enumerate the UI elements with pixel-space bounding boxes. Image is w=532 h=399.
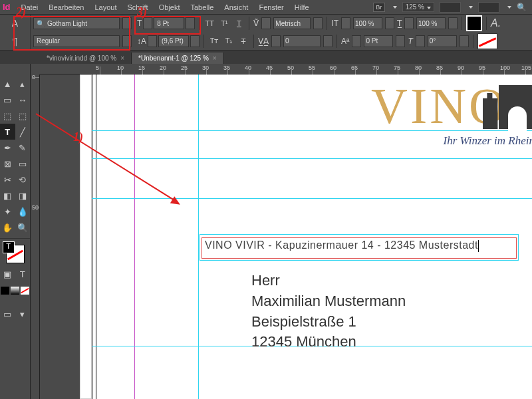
gradient-swatch-tool[interactable]: ◧ (0, 188, 15, 203)
skew-dropdown[interactable] (460, 35, 469, 47)
menu-objekt[interactable]: Objekt (154, 3, 186, 11)
direct-selection-tool[interactable]: ▴ (15, 76, 31, 92)
hscale-dropdown[interactable] (448, 17, 458, 29)
allcaps-button[interactable]: TT (203, 17, 215, 29)
charstyle-icon[interactable]: A. (491, 17, 501, 29)
content-collector-tool[interactable]: ⬚ (0, 108, 15, 124)
font-family-field[interactable]: 🔍Gotham Light (33, 17, 120, 29)
smallcaps-button[interactable]: Tᴛ (208, 35, 220, 47)
scissors-tool[interactable]: ✂ (0, 172, 15, 188)
hscale-icon: T̲ (397, 19, 402, 28)
page-tool[interactable]: ▭ (0, 92, 15, 108)
menu-tabelle[interactable]: Tabelle (185, 3, 219, 11)
search-icon[interactable]: 🔍 (517, 3, 527, 12)
pencil-tool[interactable]: ✎ (15, 140, 31, 156)
transform-tool[interactable]: ⟲ (15, 172, 31, 188)
horizontal-guide[interactable] (92, 158, 532, 159)
line-tool[interactable]: ╱ (15, 124, 31, 140)
kerning-dropdown[interactable] (313, 17, 323, 29)
vertical-ruler[interactable]: 050 (31, 74, 40, 399)
menu-layout[interactable]: Layout (89, 3, 122, 11)
vscale-spinner[interactable] (341, 17, 350, 29)
screen-mode-button[interactable] (440, 2, 461, 13)
menu-hilfe[interactable]: Hilfe (289, 3, 315, 11)
fill-swatch[interactable] (466, 15, 482, 31)
close-icon[interactable]: × (213, 55, 217, 62)
zoom-level-select[interactable]: 125 % (402, 2, 434, 12)
arrange-dropdown-icon[interactable] (507, 6, 511, 9)
tracking-field[interactable]: 0 (283, 35, 321, 47)
language-swatch[interactable] (477, 33, 497, 49)
menu-bearbeiten[interactable]: Bearbeiten (43, 3, 89, 11)
recipient-address-block[interactable]: Herr Maximilian Mustermann Beispielstraß… (251, 271, 406, 352)
hand-tool[interactable]: ✋ (0, 219, 15, 235)
subscript-button[interactable]: T₁ (223, 35, 235, 47)
rect-frame-tool[interactable]: ⊠ (0, 156, 15, 172)
vscale-icon: IT (331, 19, 338, 28)
apply-container-button[interactable]: ▣ (0, 266, 15, 282)
font-family-dropdown[interactable] (122, 17, 132, 29)
font-style-dropdown[interactable] (122, 35, 132, 47)
tab-label: *Unbenannt-1 @ 125 % (138, 55, 209, 62)
apply-color-button[interactable] (1, 287, 9, 295)
apply-text-button[interactable]: T (15, 266, 31, 282)
kerning-spinner[interactable] (261, 17, 271, 29)
document-canvas[interactable]: VINO Ihr Winzer im Rhein Herr Maximilian… (40, 74, 532, 399)
font-size-dropdown[interactable] (186, 17, 195, 29)
vscale-dropdown[interactable] (385, 17, 394, 29)
underline-button[interactable]: T (233, 17, 245, 29)
column-guide[interactable] (198, 74, 199, 399)
paragraph-mode-icon[interactable]: ¶ (13, 36, 18, 47)
hscale-field[interactable]: 100 % (416, 17, 446, 29)
apply-none-button[interactable] (21, 287, 29, 295)
bridge-icon[interactable]: Br (373, 3, 385, 12)
leading-field[interactable]: (9,6 Pt) (158, 35, 189, 47)
arrange-button[interactable] (478, 2, 499, 13)
gap-tool[interactable]: ↔ (15, 92, 31, 108)
font-style-field[interactable]: Regular (33, 35, 120, 47)
content-placer-tool[interactable]: ⬚ (15, 108, 31, 124)
apply-gradient-button[interactable] (11, 287, 19, 295)
skew-field[interactable]: 0° (428, 35, 457, 47)
horizontal-ruler[interactable]: 5101520253035404550556065707580859095100… (40, 64, 532, 74)
tab-unbenannt[interactable]: *Unbenannt-1 @ 125 %× (132, 53, 224, 64)
kerning-field[interactable]: Metrisch (273, 17, 311, 29)
leading-dropdown[interactable] (190, 35, 200, 47)
baseline-field[interactable]: 0 Pt (364, 35, 393, 47)
tracking-spinner[interactable] (271, 35, 281, 47)
tracking-dropdown[interactable] (323, 35, 332, 47)
fill-stroke-swatch[interactable]: T (6, 245, 25, 263)
zoom-tool[interactable]: 🔍 (15, 219, 31, 235)
baseline-spinner[interactable] (352, 35, 361, 47)
rect-tool[interactable]: ▭ (15, 156, 31, 172)
gradient-feather-tool[interactable]: ◨ (15, 188, 31, 203)
menu-fenster[interactable]: Fenster (253, 3, 289, 11)
baseline-dropdown[interactable] (396, 35, 405, 47)
screen-mode-dropdown-icon[interactable] (469, 6, 473, 9)
sender-line-text[interactable]: VINO VIVIR - Kapuzinermauer 14 - 12345 M… (205, 239, 478, 251)
type-tool[interactable]: T (0, 124, 15, 140)
character-mode-icon[interactable]: A (12, 18, 18, 29)
vscale-field[interactable]: 100 % (353, 17, 382, 29)
horizontal-guide[interactable] (92, 198, 532, 199)
strikethrough-button[interactable]: T (237, 35, 249, 47)
font-size-icon: T (137, 19, 142, 28)
skew-spinner[interactable] (416, 35, 425, 47)
menu-ansicht[interactable]: Ansicht (219, 3, 253, 11)
superscript-button[interactable]: T¹ (218, 17, 230, 29)
view-mode-dropdown[interactable]: ▾ (15, 306, 31, 322)
leading-icon: ↕A (137, 37, 146, 46)
bridge-dropdown-icon[interactable] (393, 6, 397, 9)
eyedropper-tool[interactable]: 💧 (15, 203, 31, 219)
sender-text-frame[interactable]: VINO VIVIR - Kapuzinermauer 14 - 12345 M… (200, 234, 519, 261)
font-size-field[interactable]: 8 Pt (154, 17, 184, 29)
view-mode-button[interactable]: ▭ (0, 306, 15, 322)
pen-tool[interactable]: ✒ (0, 140, 15, 156)
note-tool[interactable]: ✦ (0, 203, 15, 219)
selection-tool[interactable]: ▲ (0, 76, 15, 92)
tab-vinovivir[interactable]: *vinovivir.indd @ 100 %× (40, 53, 132, 64)
close-icon[interactable]: × (120, 55, 124, 62)
left-margin-guide[interactable] (134, 74, 135, 399)
leading-spinner[interactable] (148, 35, 157, 47)
hscale-spinner[interactable] (404, 17, 414, 29)
